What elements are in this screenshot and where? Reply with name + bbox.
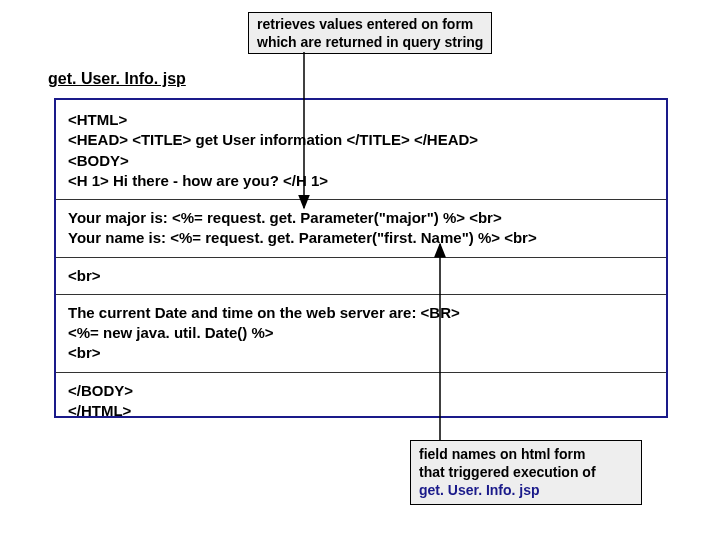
code-line: <br>	[68, 266, 654, 286]
code-line: </HTML>	[68, 401, 654, 421]
code-line: <HTML>	[68, 110, 654, 130]
divider	[56, 372, 666, 373]
callout-bottom-filename: get. User. Info. jsp	[419, 482, 540, 498]
code-line: <BODY>	[68, 151, 654, 171]
code-box: <HTML> <HEAD> <TITLE> get User informati…	[54, 98, 668, 418]
code-text: <%= request. get. Parameter("major") %> …	[172, 209, 502, 226]
code-line: Your major is: <%= request. get. Paramet…	[68, 208, 654, 228]
divider	[56, 199, 666, 200]
callout-bottom: field names on html form that triggered …	[410, 440, 642, 505]
code-text: Your name is:	[68, 229, 170, 246]
divider	[56, 257, 666, 258]
callout-top-line1: retrieves values entered on form	[257, 15, 483, 33]
page-title: get. User. Info. jsp	[48, 70, 186, 88]
callout-top-line2: which are returned in query string	[257, 33, 483, 51]
code-line: <%= new java. util. Date() %>	[68, 323, 654, 343]
code-text: <%= request. get. Parameter("first. Name…	[170, 229, 536, 246]
code-line: <H 1> Hi there - how are you? </H 1>	[68, 171, 654, 191]
callout-bottom-line1: field names on html form	[419, 445, 633, 463]
code-line: The current Date and time on the web ser…	[68, 303, 654, 323]
callout-bottom-line2: that triggered execution of	[419, 463, 633, 481]
code-line: <br>	[68, 343, 654, 363]
code-line: </BODY>	[68, 381, 654, 401]
code-text: Your major is:	[68, 209, 172, 226]
divider	[56, 294, 666, 295]
callout-top: retrieves values entered on form which a…	[248, 12, 492, 54]
code-line: <HEAD> <TITLE> get User information </TI…	[68, 130, 654, 150]
code-line: Your name is: <%= request. get. Paramete…	[68, 228, 654, 248]
